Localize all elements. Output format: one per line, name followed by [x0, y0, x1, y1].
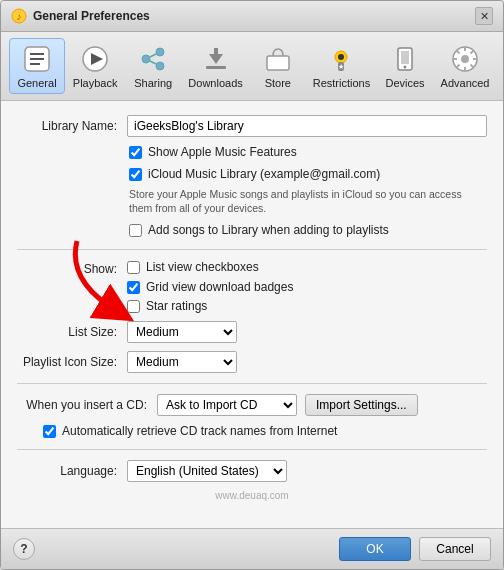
divider-1 — [17, 249, 487, 250]
language-row: Language: English (United States) Españo… — [17, 460, 487, 482]
list-view-row: List view checkboxes — [127, 260, 293, 276]
add-songs-label: Add songs to Library when adding to play… — [148, 223, 389, 239]
tab-downloads-label: Downloads — [188, 77, 242, 89]
icloud-music-checkbox[interactable] — [129, 168, 142, 181]
icloud-music-row: iCloud Music Library (example@gmail.com) — [17, 167, 487, 183]
help-button[interactable]: ? — [13, 538, 35, 560]
add-songs-checkbox[interactable] — [129, 224, 142, 237]
svg-point-18 — [338, 54, 344, 60]
svg-rect-22 — [401, 51, 409, 64]
svg-rect-15 — [214, 48, 218, 60]
svg-line-11 — [150, 54, 156, 57]
language-label: Language: — [17, 464, 117, 478]
grid-view-row: Grid view download badges — [127, 280, 293, 296]
playlist-icon-size-row: Playlist Icon Size: Small Medium Large — [17, 351, 487, 373]
tab-devices-label: Devices — [386, 77, 425, 89]
tab-store-label: Store — [265, 77, 291, 89]
sharing-icon — [137, 43, 169, 75]
advanced-icon — [449, 43, 481, 75]
playback-icon — [79, 43, 111, 75]
svg-point-8 — [142, 55, 150, 63]
svg-line-12 — [150, 61, 156, 64]
close-button[interactable]: ✕ — [475, 7, 493, 25]
svg-point-10 — [156, 62, 164, 70]
svg-rect-16 — [267, 56, 289, 70]
show-section: Show: List view checkboxes Grid view dow… — [17, 260, 487, 315]
cd-select[interactable]: Ask to Import CD Import CD Import CD and… — [157, 394, 297, 416]
auto-retrieve-label: Automatically retrieve CD track names fr… — [62, 424, 337, 440]
library-name-input[interactable] — [127, 115, 487, 137]
footer: ? OK Cancel — [1, 528, 503, 569]
library-name-row: Library Name: — [17, 115, 487, 137]
restrictions-icon: ★ — [325, 43, 357, 75]
svg-text:♪: ♪ — [17, 11, 22, 22]
import-settings-button[interactable]: Import Settings... — [305, 394, 418, 416]
svg-point-25 — [461, 55, 469, 63]
cd-row: When you insert a CD: Ask to Import CD I… — [17, 394, 487, 416]
content-area: Library Name: Show Apple Music Features … — [1, 101, 503, 528]
tab-advanced-label: Advanced — [441, 77, 490, 89]
watermark: www.deuaq.com — [17, 490, 487, 501]
svg-point-9 — [156, 48, 164, 56]
tab-restrictions[interactable]: ★ Restrictions — [308, 38, 375, 94]
tab-general[interactable]: General — [9, 38, 65, 94]
list-view-checkbox[interactable] — [127, 261, 140, 274]
list-view-label: List view checkboxes — [146, 260, 259, 276]
playlist-icon-size-label: Playlist Icon Size: — [17, 355, 117, 369]
tab-playback[interactable]: Playback — [67, 38, 123, 94]
icloud-note: Store your Apple Music songs and playlis… — [17, 188, 487, 215]
add-songs-row: Add songs to Library when adding to play… — [17, 223, 487, 239]
grid-view-checkbox[interactable] — [127, 281, 140, 294]
auto-retrieve-checkbox[interactable] — [43, 425, 56, 438]
show-label: Show: — [17, 260, 117, 276]
icloud-music-label: iCloud Music Library (example@gmail.com) — [148, 167, 380, 183]
tab-restrictions-label: Restrictions — [313, 77, 370, 89]
title-bar: ♪ General Preferences ✕ — [1, 1, 503, 32]
apple-music-checkbox[interactable] — [129, 146, 142, 159]
grid-view-label: Grid view download badges — [146, 280, 293, 296]
ok-button[interactable]: OK — [339, 537, 411, 561]
library-name-label: Library Name: — [17, 119, 117, 133]
star-ratings-checkbox[interactable] — [127, 300, 140, 313]
window-title: General Preferences — [33, 9, 150, 23]
divider-3 — [17, 449, 487, 450]
list-size-select[interactable]: Small Medium Large — [127, 321, 237, 343]
language-select[interactable]: English (United States) Español Français… — [127, 460, 287, 482]
list-size-label: List Size: — [17, 325, 117, 339]
svg-text:★: ★ — [338, 63, 344, 70]
tab-playback-label: Playback — [73, 77, 118, 89]
playlist-icon-size-select[interactable]: Small Medium Large — [127, 351, 237, 373]
tab-devices[interactable]: Devices — [377, 38, 433, 94]
tab-store[interactable]: Store — [250, 38, 306, 94]
star-ratings-label: Star ratings — [146, 299, 207, 315]
star-ratings-row: Star ratings — [127, 299, 293, 315]
auto-retrieve-row: Automatically retrieve CD track names fr… — [17, 424, 487, 440]
list-size-row: List Size: Small Medium Large — [17, 321, 487, 343]
preferences-window: ♪ General Preferences ✕ General — [0, 0, 504, 570]
tab-downloads[interactable]: Downloads — [183, 38, 248, 94]
apple-music-label: Show Apple Music Features — [148, 145, 297, 161]
app-icon: ♪ — [11, 8, 27, 24]
svg-rect-13 — [206, 66, 226, 69]
svg-point-23 — [404, 66, 407, 69]
tab-sharing-label: Sharing — [134, 77, 172, 89]
tab-advanced[interactable]: Advanced — [435, 38, 495, 94]
cd-label: When you insert a CD: — [17, 398, 147, 412]
show-options: List view checkboxes Grid view download … — [127, 260, 293, 315]
cancel-button[interactable]: Cancel — [419, 537, 491, 561]
toolbar: General Playback — [1, 32, 503, 101]
store-icon — [262, 43, 294, 75]
apple-music-row: Show Apple Music Features — [17, 145, 487, 161]
downloads-icon — [200, 43, 232, 75]
divider-2 — [17, 383, 487, 384]
general-icon — [21, 43, 53, 75]
devices-icon — [389, 43, 421, 75]
tab-general-label: General — [17, 77, 56, 89]
tab-sharing[interactable]: Sharing — [125, 38, 181, 94]
